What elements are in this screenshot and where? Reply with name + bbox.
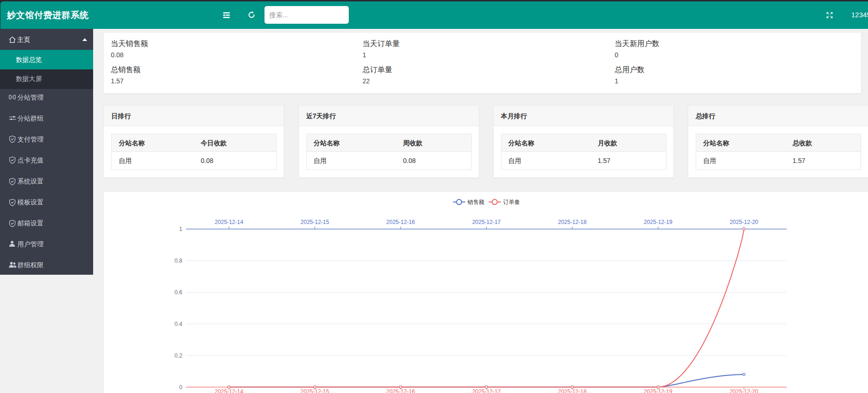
svg-text:0.6: 0.6 xyxy=(175,289,183,296)
svg-text:2025-12-16: 2025-12-16 xyxy=(387,388,415,393)
svg-text:2025-12-17: 2025-12-17 xyxy=(472,219,501,225)
svg-text:0.4: 0.4 xyxy=(175,321,183,327)
svg-text:2025-12-20: 2025-12-20 xyxy=(730,219,759,225)
svg-text:1: 1 xyxy=(179,226,183,232)
svg-text:2025-12-19: 2025-12-19 xyxy=(644,388,673,393)
svg-text:订单量: 订单量 xyxy=(503,199,520,205)
svg-text:2025-12-20: 2025-12-20 xyxy=(730,388,759,393)
svg-text:2025-12-14: 2025-12-14 xyxy=(215,388,244,393)
svg-text:2025-12-15: 2025-12-15 xyxy=(300,388,329,393)
svg-text:2025-12-15: 2025-12-15 xyxy=(300,219,329,225)
svg-text:2025-12-18: 2025-12-18 xyxy=(558,388,587,393)
svg-text:销售额: 销售额 xyxy=(467,199,484,205)
svg-text:0.2: 0.2 xyxy=(175,352,183,359)
svg-text:2025-12-19: 2025-12-19 xyxy=(644,219,673,225)
svg-text:2025-12-14: 2025-12-14 xyxy=(215,219,244,225)
svg-text:2025-12-16: 2025-12-16 xyxy=(387,219,415,225)
svg-text:0.8: 0.8 xyxy=(175,257,183,264)
svg-text:0: 0 xyxy=(179,384,183,391)
svg-text:2025-12-17: 2025-12-17 xyxy=(472,388,501,393)
svg-text:2025-12-18: 2025-12-18 xyxy=(558,219,587,225)
